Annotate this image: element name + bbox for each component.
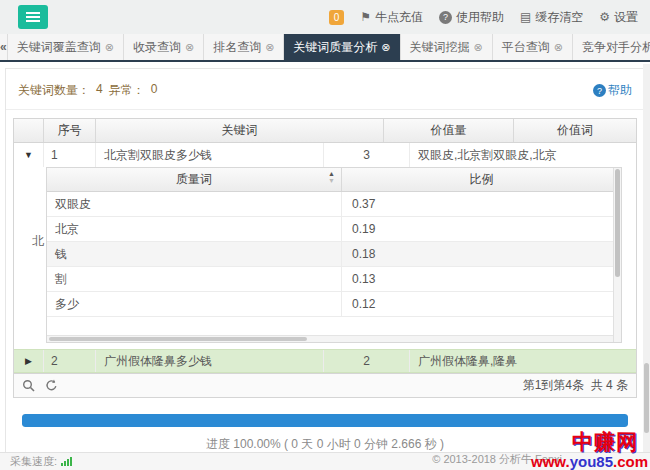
subgrid-area: 北 质量词 ▲▼ 比例 双眼皮 0.37 北京: [14, 167, 636, 349]
keyword-stats: 关键词数量：4 异常：0: [18, 82, 157, 99]
subgrid-row[interactable]: 钱 0.18: [47, 242, 621, 267]
refresh-button[interactable]: [45, 379, 58, 392]
tab-index-query[interactable]: 收录查询⊗: [124, 34, 204, 60]
quality-word: 多少: [47, 292, 342, 316]
close-icon[interactable]: ⊗: [474, 41, 483, 54]
subgrid-header: 质量词 ▲▼ 比例: [47, 168, 621, 192]
subgrid-vertical-scrollbar[interactable]: [613, 168, 621, 342]
gear-icon: ⚙: [599, 10, 610, 24]
keyword-count-value: 4: [96, 82, 103, 99]
progress-bar-track: [22, 414, 628, 427]
page-scrollbar[interactable]: [643, 64, 650, 452]
row-keyword: 北京割双眼皮多少钱: [96, 143, 324, 167]
row-value-words: 广州假体隆鼻,隆鼻: [410, 350, 636, 372]
speed-label: 采集速度:: [10, 454, 57, 469]
close-icon[interactable]: ⊗: [381, 41, 390, 54]
column-header-quality-word[interactable]: 质量词 ▲▼: [47, 168, 342, 191]
subgrid-row[interactable]: 多少 0.12: [47, 292, 621, 317]
abnormal-count-value: 0: [151, 82, 158, 99]
progress-bar-fill: [22, 414, 628, 427]
column-header-ratio[interactable]: 比例: [342, 168, 621, 191]
search-button[interactable]: [22, 379, 35, 392]
table-row-selected[interactable]: ▶ 2 广州假体隆鼻多少钱 2 广州假体隆鼻,隆鼻: [14, 349, 636, 373]
refresh-icon: [45, 379, 58, 392]
tab-competitor-analysis[interactable]: 竞争对手分析⊗: [573, 34, 650, 60]
subgrid-empty-space: [47, 317, 621, 335]
row-index: 2: [44, 350, 96, 372]
grid-header: 序号 关键词 价值量 价值词: [14, 119, 636, 143]
help-button[interactable]: ? 使用帮助: [439, 9, 504, 26]
row-value-count: 3: [324, 143, 410, 167]
clear-cache-button[interactable]: ▤ 缓存清空: [520, 9, 583, 26]
ratio-value: 0.37: [342, 192, 621, 216]
subgrid-horizontal-scrollbar[interactable]: [47, 335, 621, 342]
cache-icon: ▤: [520, 10, 531, 24]
collapse-row-icon[interactable]: ▼: [24, 150, 33, 160]
tab-rank-query[interactable]: 排名查询⊗: [204, 34, 284, 60]
expand-row-icon[interactable]: ▶: [25, 356, 32, 366]
points-badge: 0: [329, 10, 344, 25]
tab-bar: « 关键词覆盖查询⊗ 收录查询⊗ 排名查询⊗ 关键词质量分析⊗ 关键词挖掘⊗ 平…: [0, 34, 650, 62]
subgrid-row[interactable]: 北京 0.19: [47, 217, 621, 242]
expand-column-header: [14, 119, 44, 142]
hamburger-menu-button[interactable]: [18, 5, 48, 29]
tabs-scroll-left-button[interactable]: «: [0, 34, 8, 60]
progress-text: 进度 100.00% ( 0 天 0 小时 0 分钟 2.666 秒 ): [6, 436, 644, 453]
column-header-index[interactable]: 序号: [44, 119, 96, 142]
column-header-value-count[interactable]: 价值量: [384, 119, 514, 142]
signal-bars-icon: [61, 457, 72, 466]
quality-word: 北京: [47, 217, 342, 241]
quality-word: 割: [47, 267, 342, 291]
row-value-words: 双眼皮,北京割双眼皮,北京: [410, 143, 636, 167]
ratio-value: 0.12: [342, 292, 621, 316]
question-icon: ?: [439, 11, 452, 24]
close-icon[interactable]: ⊗: [554, 41, 563, 54]
summary-row: 关键词数量：4 异常：0 ? 帮助: [6, 69, 644, 110]
recharge-button[interactable]: ⚑ 牛点充值: [360, 9, 423, 26]
tab-platform-query[interactable]: 平台查询⊗: [493, 34, 573, 60]
close-icon[interactable]: ⊗: [105, 41, 114, 54]
help-link[interactable]: ? 帮助: [593, 82, 632, 99]
tab-keyword-mining[interactable]: 关键词挖掘⊗: [401, 34, 493, 60]
row-index: 1: [44, 143, 96, 167]
watermark-url: www.you85.com: [531, 453, 648, 470]
close-icon[interactable]: ⊗: [265, 41, 274, 54]
ratio-value: 0.19: [342, 217, 621, 241]
search-icon: [22, 379, 35, 392]
subgrid-row[interactable]: 双眼皮 0.37: [47, 192, 621, 217]
watermark-site-name: 中赚网: [572, 428, 638, 456]
column-header-value-words[interactable]: 价值词: [514, 119, 636, 142]
stray-text: 北: [32, 233, 44, 250]
app-window: 0 ⚑ 牛点充值 ? 使用帮助 ▤ 缓存清空 ⚙ 设置 « 关键词覆盖查询⊗: [0, 0, 650, 470]
ratio-value: 0.18: [342, 242, 621, 266]
keyword-grid: 序号 关键词 价值量 价值词 ▼ 1 北京割双眼皮多少钱 3 双眼皮,北京割双眼…: [13, 118, 637, 398]
subgrid-row[interactable]: 割 0.13: [47, 267, 621, 292]
top-bar: 0 ⚑ 牛点充值 ? 使用帮助 ▤ 缓存清空 ⚙ 设置: [0, 0, 650, 34]
flag-icon: ⚑: [360, 10, 371, 24]
quality-word: 钱: [47, 242, 342, 266]
column-header-keyword[interactable]: 关键词: [96, 119, 384, 142]
quality-word: 双眼皮: [47, 192, 342, 216]
tab-keyword-coverage[interactable]: 关键词覆盖查询⊗: [8, 34, 124, 60]
top-bar-actions: 0 ⚑ 牛点充值 ? 使用帮助 ▤ 缓存清空 ⚙ 设置: [329, 9, 638, 26]
settings-button[interactable]: ⚙ 设置: [599, 9, 638, 26]
ratio-value: 0.13: [342, 267, 621, 291]
grid-pager: 第1到第4条 共 4 条: [14, 373, 636, 397]
quality-word-subgrid: 质量词 ▲▼ 比例 双眼皮 0.37 北京 0.19 钱: [46, 167, 622, 343]
question-icon: ?: [593, 84, 606, 97]
tab-keyword-quality-analysis[interactable]: 关键词质量分析⊗: [284, 34, 400, 60]
sort-icon[interactable]: ▲▼: [328, 170, 335, 184]
row-keyword: 广州假体隆鼻多少钱: [96, 350, 324, 372]
row-value-count: 2: [324, 350, 410, 372]
close-icon[interactable]: ⊗: [185, 41, 194, 54]
content-panel: 关键词数量：4 异常：0 ? 帮助 序号 关键词 价值量 价值词 ▼ 1 北京割…: [5, 68, 645, 470]
pager-record-info: 第1到第4条 共 4 条: [523, 377, 628, 394]
chevrons-left-icon: «: [0, 40, 7, 54]
table-row[interactable]: ▼ 1 北京割双眼皮多少钱 3 双眼皮,北京割双眼皮,北京: [14, 143, 636, 167]
